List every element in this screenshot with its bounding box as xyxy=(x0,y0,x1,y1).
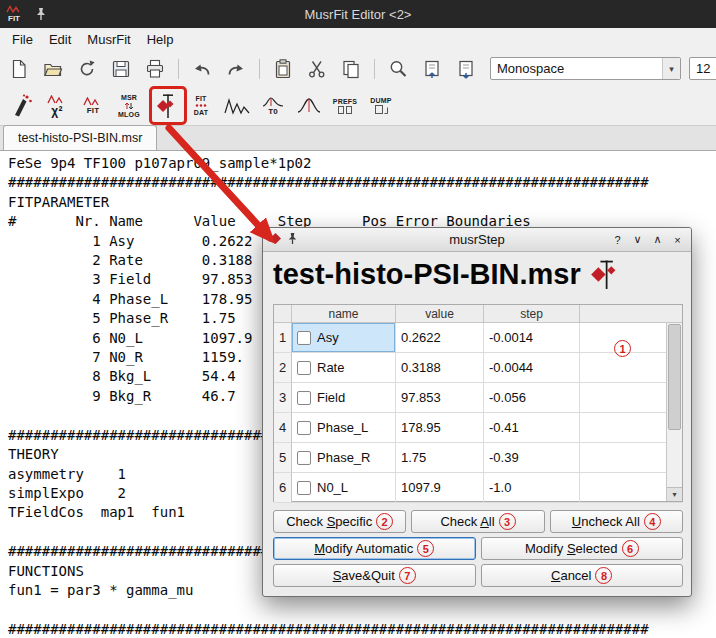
param-value-cell[interactable]: 178.95 xyxy=(396,413,484,443)
shade-button[interactable]: ∨ xyxy=(629,231,646,248)
modify-selected-button[interactable]: Modify Selected 6 xyxy=(481,537,684,560)
param-checkbox[interactable] xyxy=(297,331,311,345)
param-checkbox[interactable] xyxy=(297,361,311,375)
param-checkbox[interactable] xyxy=(297,451,311,465)
param-step-cell[interactable]: -0.0014 xyxy=(484,323,580,353)
tab-msr-file[interactable]: test-histo-PSI-BIN.msr xyxy=(3,125,157,150)
param-step-cell[interactable]: -0.056 xyxy=(484,383,580,413)
annotation-marker-4: 4 xyxy=(644,513,661,530)
row-number: 2 xyxy=(274,353,292,383)
param-checkbox[interactable] xyxy=(297,421,311,435)
check-specific-button[interactable]: Check Specific 2 xyxy=(273,510,406,533)
msr-mlog-swap-icon[interactable]: MSR MLOG xyxy=(114,88,144,124)
save-quit-button[interactable]: Save&Quit 7 xyxy=(273,564,476,587)
param-name: Phase_R xyxy=(317,450,370,465)
cut-icon[interactable] xyxy=(306,58,328,80)
param-name-cell[interactable]: Phase_R xyxy=(292,443,396,473)
pin-icon[interactable] xyxy=(287,232,298,245)
parameter-table: name value step 1 Asy 0.2622 -0.0014 2 R… xyxy=(273,304,683,502)
value-column-header[interactable]: value xyxy=(396,305,484,323)
musrview-icon[interactable] xyxy=(222,88,252,124)
modify-automatic-button[interactable]: Modify Automatic 5 xyxy=(273,537,476,560)
uncheck-all-button[interactable]: Uncheck All 4 xyxy=(550,510,683,533)
prefs-icon[interactable]: PREFS xyxy=(330,88,360,124)
param-step-cell[interactable]: -0.39 xyxy=(484,443,580,473)
check-all-button[interactable]: Check All 3 xyxy=(411,510,544,533)
chisq-icon[interactable]: χ² xyxy=(42,88,72,124)
new-file-icon[interactable] xyxy=(8,58,30,80)
chisq-label: χ² xyxy=(51,105,62,117)
reload-icon[interactable] xyxy=(76,58,98,80)
musrt0-icon[interactable] xyxy=(294,88,324,124)
close-button[interactable]: × xyxy=(669,231,686,248)
param-value-cell[interactable]: 0.2622 xyxy=(396,323,484,353)
find-next-icon[interactable] xyxy=(455,58,477,80)
param-value-cell[interactable]: 1.75 xyxy=(396,443,484,473)
save-icon[interactable] xyxy=(110,58,132,80)
param-value-cell[interactable]: 97.853 xyxy=(396,383,484,413)
menu-edit[interactable]: Edit xyxy=(41,29,79,50)
param-step-cell[interactable]: -0.41 xyxy=(484,413,580,443)
check-all-label: Check All xyxy=(440,514,494,529)
font-size-input[interactable]: 12 ▴▾ xyxy=(689,57,716,80)
scrollbar-thumb[interactable] xyxy=(668,324,681,430)
menu-file[interactable]: File xyxy=(4,29,41,50)
musrstep-logo-icon xyxy=(589,259,616,290)
fitdat-fit-label: FIT xyxy=(195,95,206,102)
find-previous-icon[interactable] xyxy=(421,58,443,80)
maximize-button[interactable]: ∧ xyxy=(649,231,666,248)
param-step-cell[interactable]: -1.0 xyxy=(484,473,580,503)
print-icon[interactable] xyxy=(144,58,166,80)
font-family-select[interactable]: Monospace ▾ xyxy=(490,57,681,80)
help-button[interactable]: ? xyxy=(609,231,626,248)
param-name-cell[interactable]: Asy xyxy=(292,323,396,353)
find-icon[interactable] xyxy=(387,58,409,80)
exit-button-row: Save&Quit 7 Cancel 8 xyxy=(273,564,683,587)
table-row: 5 Phase_R 1.75 -0.39 xyxy=(274,443,682,473)
param-name-cell[interactable]: Rate xyxy=(292,353,396,383)
t0-icon[interactable]: T0 xyxy=(258,88,288,124)
param-value-cell[interactable]: 0.3188 xyxy=(396,353,484,383)
t0-label: T0 xyxy=(268,108,278,116)
menu-musrfit[interactable]: MusrFit xyxy=(79,29,138,50)
row-number: 6 xyxy=(274,473,292,503)
undo-icon[interactable] xyxy=(191,58,213,80)
open-folder-icon[interactable] xyxy=(42,58,64,80)
dialog-titlebar[interactable]: musrStep ? ∨ ∧ × xyxy=(263,228,691,252)
dump-icon[interactable]: DUMP xyxy=(366,88,396,124)
table-scrollbar[interactable]: ▾ xyxy=(666,323,682,501)
annotation-marker-6: 6 xyxy=(622,540,639,557)
table-row: 6 N0_L 1097.9 -1.0 xyxy=(274,473,682,503)
msr2data-icon[interactable]: FIT DAT xyxy=(186,88,216,124)
modify-automatic-label: Modify Automatic xyxy=(314,541,413,556)
mlog-label: MLOG xyxy=(118,111,140,118)
window-titlebar[interactable]: FIT MusrFit Editor <2> xyxy=(0,0,716,28)
fit-label: FIT xyxy=(87,107,100,115)
param-checkbox[interactable] xyxy=(297,481,311,495)
menu-help[interactable]: Help xyxy=(139,29,182,50)
cancel-button[interactable]: Cancel 8 xyxy=(481,564,684,587)
dialog-heading: test-histo-PSI-BIN.msr xyxy=(263,252,691,291)
redo-icon[interactable] xyxy=(225,58,247,80)
tabbar: test-histo-PSI-BIN.msr xyxy=(0,126,716,151)
table-row: 4 Phase_L 178.95 -0.41 xyxy=(274,413,682,443)
name-column-header[interactable]: name xyxy=(292,305,396,323)
copy-icon[interactable] xyxy=(340,58,362,80)
param-name-cell[interactable]: Phase_L xyxy=(292,413,396,443)
dialog-title: musrStep xyxy=(449,232,505,247)
step-column-header[interactable]: step xyxy=(484,305,580,323)
annotation-marker-5: 5 xyxy=(417,540,434,557)
chevron-down-icon[interactable]: ▾ xyxy=(662,58,680,79)
toolbar-separator xyxy=(259,59,260,79)
table-row: 3 Field 97.853 -0.056 xyxy=(274,383,682,413)
param-value-cell[interactable]: 1097.9 xyxy=(396,473,484,503)
musrwiz-icon[interactable] xyxy=(6,88,36,124)
param-name-cell[interactable]: N0_L xyxy=(292,473,396,503)
param-name-cell[interactable]: Field xyxy=(292,383,396,413)
param-step-cell[interactable]: -0.0044 xyxy=(484,353,580,383)
scroll-down-icon[interactable]: ▾ xyxy=(667,487,682,501)
save-quit-label: Save&Quit xyxy=(333,568,395,583)
param-checkbox[interactable] xyxy=(297,391,311,405)
paste-icon[interactable] xyxy=(272,58,294,80)
musrfit-icon[interactable]: FIT xyxy=(78,88,108,124)
